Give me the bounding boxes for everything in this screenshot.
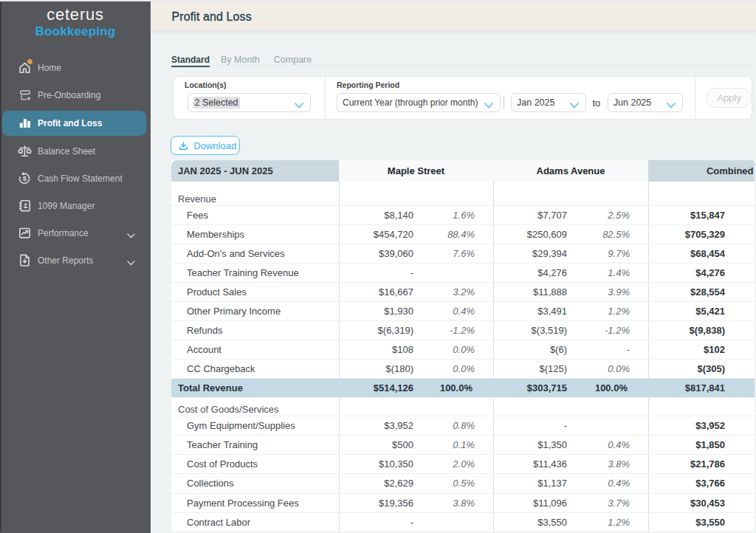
svg-text:$: $ <box>23 174 27 182</box>
